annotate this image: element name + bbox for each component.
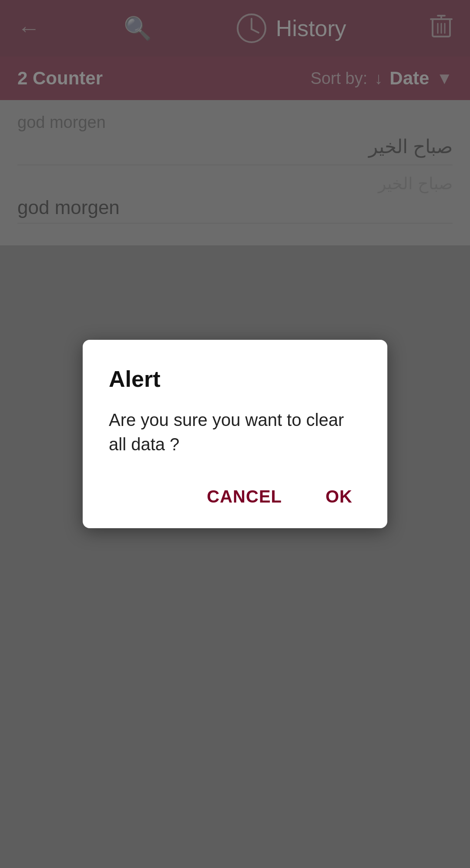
alert-dialog: Alert Are you sure you want to clear all…: [83, 340, 387, 528]
alert-message: Are you sure you want to clear all data …: [109, 408, 361, 456]
alert-title: Alert: [109, 366, 361, 392]
dialog-overlay: Alert Are you sure you want to clear all…: [0, 0, 470, 868]
alert-buttons: CANCEL OK: [109, 483, 361, 511]
ok-button[interactable]: OK: [317, 483, 361, 511]
cancel-button[interactable]: CANCEL: [198, 483, 291, 511]
